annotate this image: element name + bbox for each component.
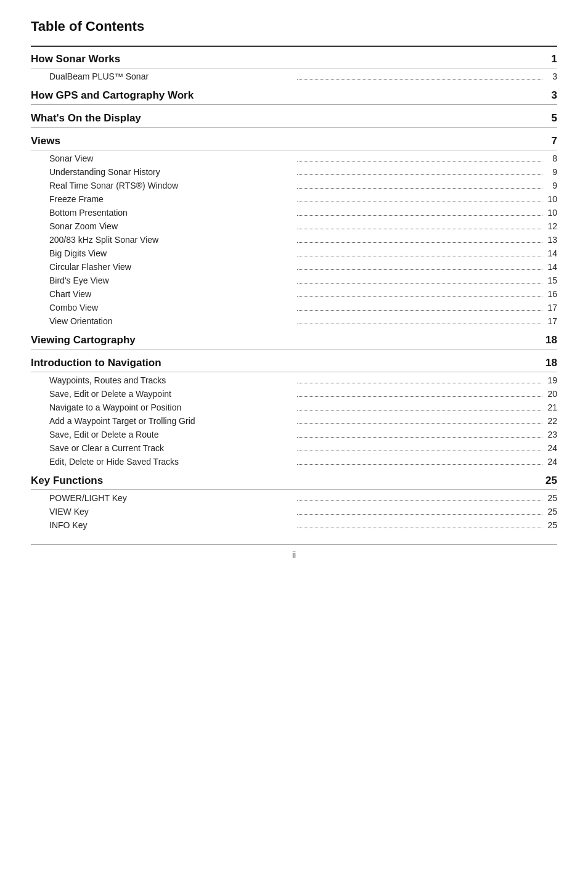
toc-entry-page: 8 xyxy=(545,153,557,163)
section-title-how-sonar-works: How Sonar Works xyxy=(31,53,120,65)
toc-entry-page: 14 xyxy=(545,262,557,272)
toc-entry-label: VIEW Key xyxy=(49,507,295,517)
toc-entry-label: Save, Edit or Delete a Waypoint xyxy=(49,389,295,399)
toc-entry-page: 12 xyxy=(545,221,557,231)
toc-dots xyxy=(297,256,542,256)
toc-entry-label: Understanding Sonar History xyxy=(49,167,295,177)
toc-entry: Understanding Sonar History9 xyxy=(31,165,557,179)
toc-entry: Waypoints, Routes and Tracks19 xyxy=(31,374,557,387)
section-header-views: Views7 xyxy=(31,129,557,150)
page-title: Table of Contents xyxy=(31,18,557,35)
toc-entry-page: 9 xyxy=(545,167,557,177)
toc-entry: Add a Waypoint Target or Trolling Grid22 xyxy=(31,414,557,428)
toc-entry-page: 17 xyxy=(545,303,557,312)
page-number: ii xyxy=(292,550,296,560)
toc-entry: Combo View17 xyxy=(31,301,557,314)
toc-entry-page: 17 xyxy=(545,316,557,326)
toc-entry-label: POWER/LIGHT Key xyxy=(49,493,295,503)
toc-entry-label: DualBeam PLUS™ Sonar xyxy=(49,71,295,81)
toc-entry-page: 9 xyxy=(545,181,557,190)
toc-entry: Circular Flasher View14 xyxy=(31,260,557,274)
toc-entry-page: 14 xyxy=(545,248,557,258)
toc-dots xyxy=(297,79,542,80)
toc-entry-page: 10 xyxy=(545,208,557,218)
toc-entry-label: INFO Key xyxy=(49,520,295,530)
toc-entry-page: 25 xyxy=(545,520,557,530)
toc-entry: INFO Key25 xyxy=(31,518,557,532)
toc-entry: 200/83 kHz Split Sonar View13 xyxy=(31,233,557,247)
toc-entry-label: Waypoints, Routes and Tracks xyxy=(49,375,295,385)
toc-entry: POWER/LIGHT Key25 xyxy=(31,491,557,505)
toc-entry-page: 15 xyxy=(545,276,557,285)
toc-dots xyxy=(297,202,542,202)
toc-entry-label: Big Digits View xyxy=(49,248,295,258)
section-page-how-sonar-works: 1 xyxy=(542,53,557,65)
toc-entry-page: 25 xyxy=(545,493,557,503)
toc-entry-label: Freeze Frame xyxy=(49,194,295,204)
section-page-introduction-to-navigation: 18 xyxy=(542,357,557,369)
toc-dots xyxy=(297,500,542,501)
toc-entry-page: 10 xyxy=(545,194,557,204)
toc-entry: VIEW Key25 xyxy=(31,505,557,518)
toc-entry-label: Combo View xyxy=(49,303,295,312)
toc-dots xyxy=(297,296,542,297)
toc-dots xyxy=(297,324,542,324)
section-page-how-gps-and-cartography-work: 3 xyxy=(542,89,557,102)
section-header-key-functions: Key Functions25 xyxy=(31,468,557,490)
toc-entry-label: Save, Edit or Delete a Route xyxy=(49,430,295,439)
toc-entry-label: Bottom Presentation xyxy=(49,208,295,218)
toc-dots xyxy=(297,215,542,216)
toc-dots xyxy=(297,514,542,515)
toc-entry: Edit, Delete or Hide Saved Tracks24 xyxy=(31,455,557,468)
toc-entry: Real Time Sonar (RTS®) Window9 xyxy=(31,179,557,192)
toc-container: How Sonar Works1DualBeam PLUS™ Sonar3How… xyxy=(31,47,557,532)
toc-dots xyxy=(297,437,542,438)
toc-entry: Save or Clear a Current Track24 xyxy=(31,441,557,455)
section-page-whats-on-the-display: 5 xyxy=(542,112,557,125)
section-page-key-functions: 25 xyxy=(542,475,557,487)
toc-entry-label: Navigate to a Waypoint or Position xyxy=(49,402,295,412)
toc-entry: Sonar Zoom View12 xyxy=(31,219,557,233)
toc-entry-label: Save or Clear a Current Track xyxy=(49,443,295,453)
toc-entry-page: 3 xyxy=(545,71,557,81)
toc-dots xyxy=(297,242,542,243)
toc-entry: Navigate to a Waypoint or Position21 xyxy=(31,401,557,414)
section-header-whats-on-the-display: What's On the Display5 xyxy=(31,106,557,128)
toc-dots xyxy=(297,464,542,465)
toc-entry-page: 24 xyxy=(545,443,557,453)
section-title-whats-on-the-display: What's On the Display xyxy=(31,112,141,125)
toc-entry-page: 19 xyxy=(545,375,557,385)
footer: ii xyxy=(31,544,557,560)
toc-entry-label: Real Time Sonar (RTS®) Window xyxy=(49,181,295,190)
toc-entry-label: Circular Flasher View xyxy=(49,262,295,272)
toc-dots xyxy=(297,310,542,311)
toc-entry-label: Sonar Zoom View xyxy=(49,221,295,231)
toc-entry-page: 16 xyxy=(545,289,557,299)
toc-dots xyxy=(297,396,542,397)
section-header-viewing-cartography: Viewing Cartography18 xyxy=(31,328,557,349)
section-page-views: 7 xyxy=(542,135,557,147)
section-header-how-gps-and-cartography-work: How GPS and Cartography Work3 xyxy=(31,83,557,105)
section-title-how-gps-and-cartography-work: How GPS and Cartography Work xyxy=(31,89,194,102)
toc-entry: Big Digits View14 xyxy=(31,247,557,260)
toc-dots xyxy=(297,383,542,383)
toc-entry: Bottom Presentation10 xyxy=(31,206,557,219)
toc-entry: View Orientation17 xyxy=(31,314,557,328)
toc-dots xyxy=(297,269,542,270)
toc-entry-label: Sonar View xyxy=(49,153,295,163)
section-title-views: Views xyxy=(31,135,60,147)
toc-entry-label: Add a Waypoint Target or Trolling Grid xyxy=(49,416,295,426)
toc-entry-page: 22 xyxy=(545,416,557,426)
toc-entry: DualBeam PLUS™ Sonar3 xyxy=(31,70,557,83)
toc-dots xyxy=(297,283,542,284)
toc-entry-page: 23 xyxy=(545,430,557,439)
toc-entry: Chart View16 xyxy=(31,287,557,301)
toc-entry-label: 200/83 kHz Split Sonar View xyxy=(49,235,295,245)
toc-dots xyxy=(297,174,542,175)
toc-entry-label: Edit, Delete or Hide Saved Tracks xyxy=(49,457,295,467)
toc-entry: Freeze Frame10 xyxy=(31,192,557,206)
toc-dots xyxy=(297,423,542,424)
toc-entry-page: 25 xyxy=(545,507,557,517)
section-title-introduction-to-navigation: Introduction to Navigation xyxy=(31,357,161,369)
toc-dots xyxy=(297,161,542,161)
